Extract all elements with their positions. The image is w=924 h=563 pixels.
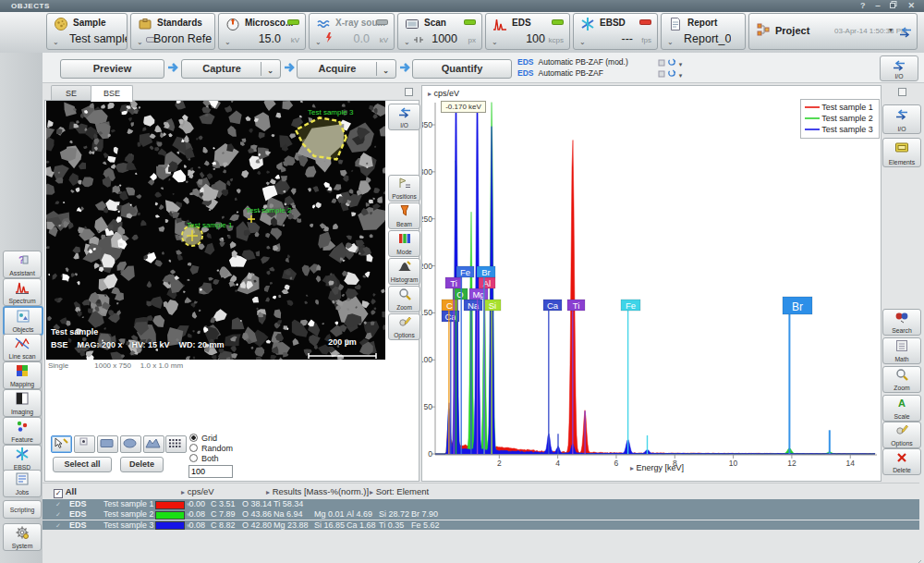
capture-button[interactable]: Capture⌄: [181, 59, 281, 79]
method-row[interactable]: EDSAutomatic PB-ZAF ▾: [517, 68, 603, 78]
panel-chevron[interactable]: ⌄: [492, 38, 498, 46]
ribbon-panel-scan[interactable]: Scan⌄1000px: [397, 13, 482, 50]
ribbon-panel-standards[interactable]: Standards⌄Boron Refe: [130, 13, 215, 50]
ribbon-panel-project[interactable]: Project03-Apr-14 1:50:38 PM▾: [748, 13, 918, 50]
sidebar-item-imaging[interactable]: Imaging: [3, 389, 42, 417]
spectrum-tool-scale[interactable]: AScale: [882, 395, 921, 422]
radio-both[interactable]: Both: [189, 454, 219, 463]
sidebar-item-jobs[interactable]: Jobs: [3, 470, 42, 497]
image-tool-io[interactable]: I/O: [388, 104, 420, 130]
restore-button[interactable]: [890, 1, 897, 10]
spectrum-tool-math[interactable]: Math: [882, 337, 921, 364]
panel-chevron[interactable]: ⌄: [225, 38, 231, 46]
col-cpsev[interactable]: ▸ cps/eV: [181, 486, 214, 496]
resize-grip[interactable]: [915, 554, 922, 561]
collapse-image-panel-icon[interactable]: [405, 88, 413, 96]
panel-chevron[interactable]: ⌄: [137, 38, 143, 46]
panel-chevron[interactable]: ⌄: [667, 38, 674, 46]
select-all-button[interactable]: Select all: [53, 457, 112, 472]
help-button[interactable]: ?: [860, 1, 866, 10]
ribbon-panel-eds[interactable]: EDS⌄100kcps: [485, 13, 570, 50]
panel-chevron[interactable]: ⌄: [315, 38, 322, 46]
sidebar-item-label: Spectrum: [4, 298, 41, 304]
point-count-input[interactable]: [188, 465, 233, 478]
image-tool-histogram[interactable]: Histogram: [388, 258, 420, 285]
project-timestamp: 03-Apr-14 1:50:38 PM: [834, 27, 907, 35]
all-checkbox[interactable]: ✓ All: [54, 486, 77, 498]
preview-button[interactable]: Preview: [60, 59, 164, 79]
col-results[interactable]: ▸ Results [Mass-%(norm.)]: [266, 486, 369, 496]
sidebar-item-assistant[interactable]: ?Assistant: [3, 251, 42, 278]
energy-axis-label[interactable]: ▸ Energy [keV]: [630, 463, 684, 472]
image-tool-mode[interactable]: Mode: [388, 230, 420, 257]
image-resolution: 1000 x 750: [94, 361, 131, 370]
acquire-button[interactable]: Acquire⌄: [297, 59, 396, 79]
panel-chevron[interactable]: ⌄: [579, 38, 586, 46]
sidebar-item-system[interactable]: System: [3, 523, 42, 551]
ribbon-panel-report[interactable]: Report⌄Report_0: [661, 13, 746, 50]
quantify-button[interactable]: Quantify: [412, 59, 512, 79]
io-icon: [389, 105, 419, 120]
image-tool-label: Options: [389, 332, 419, 338]
delete-button[interactable]: Delete: [120, 457, 164, 472]
radio-grid[interactable]: Grid: [189, 434, 217, 443]
sidebar-item-feature[interactable]: Feature: [3, 417, 42, 445]
image-tool-zoom[interactable]: Zoom: [388, 286, 420, 312]
image-tool-beam[interactable]: Beam: [388, 202, 420, 229]
sidebar-item-line-scan[interactable]: Line scan: [3, 334, 42, 361]
spectrum-tool-io[interactable]: I/O: [882, 104, 921, 134]
panel-chevron[interactable]: ⌄: [404, 38, 410, 46]
row-result: Na 6.94: [274, 509, 303, 520]
spectrum-tool-delete[interactable]: Delete: [882, 448, 921, 475]
panel-chevron[interactable]: ⌄: [53, 38, 59, 46]
panel-unit: kV: [380, 36, 388, 44]
draw-tool-polygon[interactable]: [143, 435, 164, 453]
svg-text:350: 350: [422, 120, 432, 129]
tab-bse[interactable]: BSE: [91, 85, 133, 102]
image-tool-positions[interactable]: Positions: [388, 175, 420, 202]
panel-value: ---: [622, 32, 634, 45]
spectrum-tool-zoom[interactable]: Zoom: [882, 366, 921, 393]
col-sort[interactable]: ▸ Sort: Element: [370, 486, 429, 496]
table-row[interactable]: ✓EDSTest sample 2▾0.08C 7.89O 43.86Na 6.…: [43, 509, 919, 520]
tab-se[interactable]: SE: [51, 85, 91, 101]
image-tool-options[interactable]: Options: [388, 313, 420, 340]
project-dropdown-caret[interactable]: ▾: [889, 26, 893, 34]
svg-text:300: 300: [422, 167, 432, 177]
sidebar-item-objects[interactable]: Objects: [3, 306, 43, 336]
spectrum-tool-search[interactable]: Search: [882, 309, 921, 336]
sem-annotation: Test sample 3: [308, 108, 353, 116]
project-io-icon[interactable]: [898, 25, 913, 42]
method-icons[interactable]: ▾: [658, 57, 682, 68]
row-result: Si 16.85: [314, 520, 345, 531]
sidebar-item-mapping[interactable]: Mapping: [3, 361, 42, 389]
spectrum-header[interactable]: ▸ cps/eV: [428, 89, 459, 98]
dropdown-caret[interactable]: ⌄: [383, 63, 389, 80]
sem-image[interactable]: Test sample 3Test sample 2Test sample 1T…: [46, 101, 385, 360]
draw-tool-ellipse[interactable]: [120, 435, 141, 453]
draw-tool-rectangle[interactable]: [97, 435, 118, 453]
sidebar-item-spectrum[interactable]: Spectrum: [3, 278, 42, 306]
ribbon-panel-microscope[interactable]: Microsco...⌄15.0kV: [218, 13, 306, 50]
draw-tool-point[interactable]: [74, 435, 95, 453]
spectrum-tool-elements[interactable]: Elements: [882, 138, 921, 167]
method-icons[interactable]: ▾: [658, 68, 682, 80]
close-button[interactable]: ✕: [907, 1, 915, 10]
ribbon-panel-ebsd[interactable]: EBSD⌄---fps: [573, 13, 658, 50]
ribbon-panel-xray[interactable]: X-ray sou...⌄0.0kV: [309, 13, 395, 50]
method-row[interactable]: EDSAutomatic PB-ZAF (mod.) ▾: [517, 57, 628, 67]
ribbon-toolbar: Sample⌄Test sampleStandards⌄Boron RefeMi…: [0, 12, 924, 54]
sidebar-item-ebsd[interactable]: EBSD: [3, 445, 42, 472]
row-result: Si 28.72: [379, 509, 409, 520]
dropdown-caret[interactable]: ⌄: [267, 63, 274, 80]
spectrum-tool-options[interactable]: Options: [882, 422, 921, 448]
minimize-button[interactable]: ‒: [875, 1, 880, 10]
draw-tool-multipoint[interactable]: [165, 435, 187, 453]
radio-random[interactable]: Random: [189, 444, 233, 453]
table-row[interactable]: ✓EDSTest sample 1▾0.00C 3.51O 38.14Ti 58…: [43, 499, 919, 509]
ribbon-panel-sample[interactable]: Sample⌄Test sample: [46, 13, 128, 50]
svg-text:O: O: [456, 289, 463, 300]
draw-tool-select[interactable]: [51, 435, 72, 453]
table-row[interactable]: ✓EDSTest sample 3▾0.08C 8.82O 42.80Mg 23…: [43, 520, 919, 531]
sidebar-item-scripting[interactable]: Scripting: [3, 500, 42, 519]
